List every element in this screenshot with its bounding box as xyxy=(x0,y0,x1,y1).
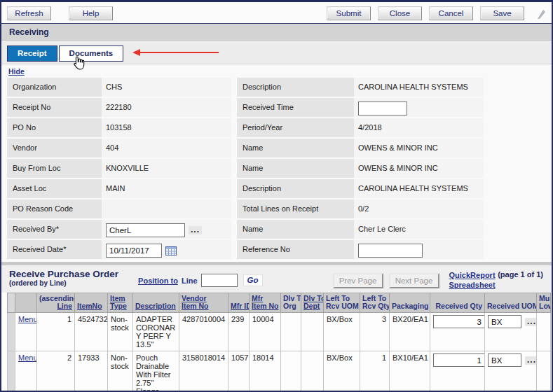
go-button[interactable]: Go xyxy=(243,274,263,286)
cell-must-lower xyxy=(537,313,551,351)
sort-line-link[interactable]: Line xyxy=(57,302,72,310)
field-receipt-no: Receipt No 222180 xyxy=(7,98,231,117)
col-must-lower: MustLowe xyxy=(537,293,551,313)
tab-receipt[interactable]: Receipt xyxy=(7,46,57,62)
sort-mfr-id-link[interactable]: Mfr ID xyxy=(231,302,250,310)
field-label: Description xyxy=(237,179,354,198)
cell-mfr-item-no: 10004 xyxy=(250,313,281,351)
received-by-lookup-ellipsis-button[interactable]: ... xyxy=(189,226,202,234)
sort-vendor-item-link[interactable]: VendorItem No xyxy=(182,294,209,310)
field-received-time: Received Time xyxy=(237,98,484,117)
field-value: 404 xyxy=(102,139,231,158)
field-org-description: Description CAROLINA HEALTH SYSTEMS xyxy=(237,78,484,97)
quickreport-link[interactable]: QuickReport xyxy=(449,270,496,280)
cell-packaging: BX10/EA1 xyxy=(390,351,430,392)
help-button[interactable]: Help xyxy=(69,6,113,20)
field-label: Name xyxy=(237,220,354,239)
field-buy-from-loc: Buy From Loc KNOXVILLE xyxy=(7,159,231,178)
field-label: Reference No xyxy=(237,240,354,259)
row-menu-link[interactable]: Menu xyxy=(18,315,37,323)
cell-mfr-item-no: 18014 xyxy=(250,351,281,392)
table-row: Menu 1 4524732 Non-stock ADAPTER CORONAR… xyxy=(8,313,551,351)
calendar-icon[interactable] xyxy=(165,246,177,255)
cell-itemno: 17933 xyxy=(75,351,108,392)
receive-po-table: (ascending)Line ItemNo ItemType Descript… xyxy=(7,293,551,392)
field-asset-loc: Asset Loc MAIN xyxy=(7,179,231,198)
spreadsheet-link[interactable]: Spreadsheet xyxy=(449,280,496,290)
annotation-arrow-icon xyxy=(139,52,219,53)
sort-mfr-item-link[interactable]: MfrItem No xyxy=(252,294,279,310)
tab-documents[interactable]: Documents xyxy=(59,46,124,62)
field-total-lines: Total Lines on Receipt 0/2 xyxy=(237,200,484,218)
row-menu-link[interactable]: Menu xyxy=(18,354,37,362)
sort-itemno-link[interactable]: ItemNo xyxy=(77,302,102,310)
sort-description-link[interactable]: Description xyxy=(135,302,176,310)
sort-item-type-link[interactable]: ItemType xyxy=(110,294,127,310)
position-to-input[interactable] xyxy=(201,274,238,287)
received-by-input[interactable] xyxy=(106,223,185,237)
sort-dlv-dept-link[interactable]: Dlv ToDept xyxy=(303,294,324,310)
field-value xyxy=(102,200,231,218)
received-date-input[interactable] xyxy=(106,244,162,258)
row-selector-cell[interactable] xyxy=(8,351,15,392)
received-qty-input[interactable] xyxy=(433,354,485,367)
field-value: OWENS & MINOR INC xyxy=(354,139,484,158)
cancel-button[interactable]: Cancel xyxy=(429,6,473,20)
cell-dlv-to-dept xyxy=(301,313,324,351)
position-to-link[interactable]: Position to xyxy=(138,276,178,285)
field-label: Received Date* xyxy=(7,240,102,259)
field-received-by-name: Name Cher Le Clerc xyxy=(237,220,484,239)
field-received-date: Received Date* xyxy=(7,240,231,259)
cell-left-to-rcv-uom: BX/Box xyxy=(324,351,360,392)
received-uom-input[interactable] xyxy=(488,354,521,367)
col-mfr-id: Mfr ID xyxy=(228,293,250,313)
submit-button[interactable]: Submit xyxy=(327,6,371,20)
field-label: Received By* xyxy=(7,220,102,239)
field-value: 4/2018 xyxy=(354,118,484,137)
table-header-row: (ascending)Line ItemNo ItemType Descript… xyxy=(8,293,551,313)
cell-vendor-item-no: 4287010004 xyxy=(179,313,228,351)
section-divider xyxy=(1,260,552,265)
field-value: OWENS & MINOR INC xyxy=(354,159,484,178)
field-organization: Organization CHS xyxy=(7,78,231,97)
received-uom-input[interactable] xyxy=(488,315,521,328)
reference-no-input[interactable] xyxy=(358,244,423,258)
field-value: 222180 xyxy=(102,98,231,117)
field-value: 103158 xyxy=(102,118,231,137)
refresh-button[interactable]: Refresh xyxy=(7,6,51,20)
field-label: Description xyxy=(237,78,354,97)
field-label: Name xyxy=(237,159,354,178)
field-label: PO No xyxy=(7,118,102,137)
row-selector-cell[interactable] xyxy=(8,313,15,351)
field-value: 0/2 xyxy=(354,200,484,218)
prev-page-button[interactable]: Prev Page xyxy=(333,273,383,288)
table-row: Menu 2 17933 Non-stock Pouch Drainable W… xyxy=(8,351,551,392)
cell-dlv-to-dept xyxy=(301,351,324,392)
cell-mfr-id: 1057 xyxy=(228,351,250,392)
field-value: MAIN xyxy=(102,179,231,198)
field-label: Received Time xyxy=(237,98,354,117)
field-reference-no: Reference No xyxy=(237,240,484,259)
uom-lookup-ellipsis-button[interactable]: ... xyxy=(525,356,537,365)
received-qty-input[interactable] xyxy=(433,315,485,328)
close-button[interactable]: Close xyxy=(378,6,422,20)
field-label: Organization xyxy=(7,78,102,97)
col-vendor-item-no: VendorItem No xyxy=(179,293,228,313)
cell-must-lower xyxy=(537,351,551,392)
received-time-input[interactable] xyxy=(358,102,407,115)
field-label: Period/Year xyxy=(237,118,354,137)
uom-lookup-ellipsis-button[interactable]: ... xyxy=(525,318,537,326)
col-line: (ascending)Line xyxy=(37,293,75,313)
col-dlv-to-org: Dlv ToOrg xyxy=(281,293,301,313)
cell-item-type: Non-stock xyxy=(108,313,133,351)
cell-left-to-rcv-uom: BX/Box xyxy=(324,313,360,351)
next-page-button[interactable]: Next Page xyxy=(389,273,439,288)
col-left-to-rcv-qty: Left ToRcv Qty xyxy=(360,293,390,313)
hide-link[interactable]: Hide xyxy=(8,67,25,76)
field-label: PO Reason Code xyxy=(7,200,102,218)
field-value: CAROLINA HEALTH SYSTEMS xyxy=(354,179,484,198)
field-value: KNOXVILLE xyxy=(102,159,231,178)
field-vendor: Vendor 404 xyxy=(7,139,231,158)
cell-item-type: Non-stock xyxy=(108,351,133,392)
save-button[interactable]: Save xyxy=(480,6,524,20)
